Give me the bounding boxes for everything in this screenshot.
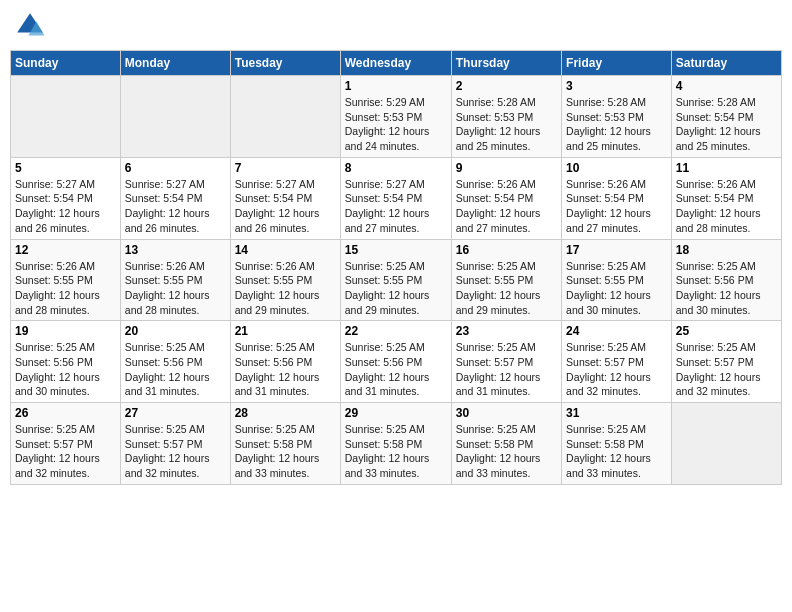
day-info: Sunrise: 5:27 AMSunset: 5:54 PMDaylight:… xyxy=(15,177,116,236)
calendar-week-row: 12Sunrise: 5:26 AMSunset: 5:55 PMDayligh… xyxy=(11,239,782,321)
calendar-cell: 5Sunrise: 5:27 AMSunset: 5:54 PMDaylight… xyxy=(11,157,121,239)
day-number: 3 xyxy=(566,79,667,93)
calendar-cell: 20Sunrise: 5:25 AMSunset: 5:56 PMDayligh… xyxy=(120,321,230,403)
calendar-cell: 23Sunrise: 5:25 AMSunset: 5:57 PMDayligh… xyxy=(451,321,561,403)
calendar-cell: 11Sunrise: 5:26 AMSunset: 5:54 PMDayligh… xyxy=(671,157,781,239)
day-number: 18 xyxy=(676,243,777,257)
calendar-week-row: 1Sunrise: 5:29 AMSunset: 5:53 PMDaylight… xyxy=(11,76,782,158)
day-info: Sunrise: 5:26 AMSunset: 5:54 PMDaylight:… xyxy=(566,177,667,236)
day-header-tuesday: Tuesday xyxy=(230,51,340,76)
day-number: 28 xyxy=(235,406,336,420)
calendar-cell: 27Sunrise: 5:25 AMSunset: 5:57 PMDayligh… xyxy=(120,403,230,485)
day-info: Sunrise: 5:28 AMSunset: 5:54 PMDaylight:… xyxy=(676,95,777,154)
day-info: Sunrise: 5:29 AMSunset: 5:53 PMDaylight:… xyxy=(345,95,447,154)
day-number: 19 xyxy=(15,324,116,338)
day-header-wednesday: Wednesday xyxy=(340,51,451,76)
day-header-monday: Monday xyxy=(120,51,230,76)
day-number: 20 xyxy=(125,324,226,338)
calendar-cell: 21Sunrise: 5:25 AMSunset: 5:56 PMDayligh… xyxy=(230,321,340,403)
day-info: Sunrise: 5:25 AMSunset: 5:58 PMDaylight:… xyxy=(345,422,447,481)
day-header-sunday: Sunday xyxy=(11,51,121,76)
day-number: 30 xyxy=(456,406,557,420)
calendar-cell: 13Sunrise: 5:26 AMSunset: 5:55 PMDayligh… xyxy=(120,239,230,321)
day-info: Sunrise: 5:25 AMSunset: 5:56 PMDaylight:… xyxy=(676,259,777,318)
calendar-cell: 12Sunrise: 5:26 AMSunset: 5:55 PMDayligh… xyxy=(11,239,121,321)
day-info: Sunrise: 5:26 AMSunset: 5:55 PMDaylight:… xyxy=(15,259,116,318)
day-number: 21 xyxy=(235,324,336,338)
calendar-cell: 3Sunrise: 5:28 AMSunset: 5:53 PMDaylight… xyxy=(562,76,672,158)
calendar-cell xyxy=(11,76,121,158)
day-info: Sunrise: 5:25 AMSunset: 5:56 PMDaylight:… xyxy=(15,340,116,399)
day-number: 29 xyxy=(345,406,447,420)
calendar-cell: 30Sunrise: 5:25 AMSunset: 5:58 PMDayligh… xyxy=(451,403,561,485)
day-info: Sunrise: 5:27 AMSunset: 5:54 PMDaylight:… xyxy=(345,177,447,236)
calendar-week-row: 19Sunrise: 5:25 AMSunset: 5:56 PMDayligh… xyxy=(11,321,782,403)
calendar-cell: 18Sunrise: 5:25 AMSunset: 5:56 PMDayligh… xyxy=(671,239,781,321)
logo xyxy=(14,10,50,42)
day-header-saturday: Saturday xyxy=(671,51,781,76)
calendar-cell: 24Sunrise: 5:25 AMSunset: 5:57 PMDayligh… xyxy=(562,321,672,403)
day-info: Sunrise: 5:25 AMSunset: 5:55 PMDaylight:… xyxy=(345,259,447,318)
day-number: 22 xyxy=(345,324,447,338)
calendar-cell: 28Sunrise: 5:25 AMSunset: 5:58 PMDayligh… xyxy=(230,403,340,485)
day-info: Sunrise: 5:27 AMSunset: 5:54 PMDaylight:… xyxy=(125,177,226,236)
calendar-cell: 29Sunrise: 5:25 AMSunset: 5:58 PMDayligh… xyxy=(340,403,451,485)
day-number: 24 xyxy=(566,324,667,338)
day-number: 16 xyxy=(456,243,557,257)
day-number: 23 xyxy=(456,324,557,338)
day-number: 25 xyxy=(676,324,777,338)
day-info: Sunrise: 5:28 AMSunset: 5:53 PMDaylight:… xyxy=(456,95,557,154)
day-number: 8 xyxy=(345,161,447,175)
day-number: 2 xyxy=(456,79,557,93)
day-number: 7 xyxy=(235,161,336,175)
calendar-week-row: 5Sunrise: 5:27 AMSunset: 5:54 PMDaylight… xyxy=(11,157,782,239)
day-info: Sunrise: 5:26 AMSunset: 5:54 PMDaylight:… xyxy=(456,177,557,236)
calendar-cell: 25Sunrise: 5:25 AMSunset: 5:57 PMDayligh… xyxy=(671,321,781,403)
calendar-header-row: SundayMondayTuesdayWednesdayThursdayFrid… xyxy=(11,51,782,76)
day-info: Sunrise: 5:25 AMSunset: 5:57 PMDaylight:… xyxy=(125,422,226,481)
logo-icon xyxy=(14,10,46,42)
calendar-cell xyxy=(120,76,230,158)
day-header-thursday: Thursday xyxy=(451,51,561,76)
day-number: 31 xyxy=(566,406,667,420)
calendar-cell: 2Sunrise: 5:28 AMSunset: 5:53 PMDaylight… xyxy=(451,76,561,158)
calendar-cell: 31Sunrise: 5:25 AMSunset: 5:58 PMDayligh… xyxy=(562,403,672,485)
day-number: 15 xyxy=(345,243,447,257)
calendar-cell: 14Sunrise: 5:26 AMSunset: 5:55 PMDayligh… xyxy=(230,239,340,321)
day-number: 9 xyxy=(456,161,557,175)
calendar-cell: 16Sunrise: 5:25 AMSunset: 5:55 PMDayligh… xyxy=(451,239,561,321)
day-info: Sunrise: 5:27 AMSunset: 5:54 PMDaylight:… xyxy=(235,177,336,236)
day-info: Sunrise: 5:25 AMSunset: 5:57 PMDaylight:… xyxy=(15,422,116,481)
calendar-cell: 26Sunrise: 5:25 AMSunset: 5:57 PMDayligh… xyxy=(11,403,121,485)
day-header-friday: Friday xyxy=(562,51,672,76)
calendar-cell: 19Sunrise: 5:25 AMSunset: 5:56 PMDayligh… xyxy=(11,321,121,403)
day-number: 1 xyxy=(345,79,447,93)
page-header xyxy=(10,10,782,42)
calendar-cell: 8Sunrise: 5:27 AMSunset: 5:54 PMDaylight… xyxy=(340,157,451,239)
calendar-cell: 6Sunrise: 5:27 AMSunset: 5:54 PMDaylight… xyxy=(120,157,230,239)
day-info: Sunrise: 5:25 AMSunset: 5:57 PMDaylight:… xyxy=(456,340,557,399)
calendar-cell xyxy=(671,403,781,485)
calendar-table: SundayMondayTuesdayWednesdayThursdayFrid… xyxy=(10,50,782,485)
calendar-cell: 17Sunrise: 5:25 AMSunset: 5:55 PMDayligh… xyxy=(562,239,672,321)
day-number: 26 xyxy=(15,406,116,420)
day-info: Sunrise: 5:25 AMSunset: 5:58 PMDaylight:… xyxy=(456,422,557,481)
day-info: Sunrise: 5:28 AMSunset: 5:53 PMDaylight:… xyxy=(566,95,667,154)
day-number: 14 xyxy=(235,243,336,257)
calendar-cell: 7Sunrise: 5:27 AMSunset: 5:54 PMDaylight… xyxy=(230,157,340,239)
day-info: Sunrise: 5:26 AMSunset: 5:55 PMDaylight:… xyxy=(125,259,226,318)
calendar-cell: 15Sunrise: 5:25 AMSunset: 5:55 PMDayligh… xyxy=(340,239,451,321)
day-info: Sunrise: 5:25 AMSunset: 5:57 PMDaylight:… xyxy=(566,340,667,399)
day-info: Sunrise: 5:25 AMSunset: 5:55 PMDaylight:… xyxy=(566,259,667,318)
day-info: Sunrise: 5:25 AMSunset: 5:58 PMDaylight:… xyxy=(566,422,667,481)
day-number: 10 xyxy=(566,161,667,175)
day-info: Sunrise: 5:26 AMSunset: 5:55 PMDaylight:… xyxy=(235,259,336,318)
calendar-cell: 10Sunrise: 5:26 AMSunset: 5:54 PMDayligh… xyxy=(562,157,672,239)
calendar-cell: 1Sunrise: 5:29 AMSunset: 5:53 PMDaylight… xyxy=(340,76,451,158)
day-info: Sunrise: 5:25 AMSunset: 5:58 PMDaylight:… xyxy=(235,422,336,481)
day-info: Sunrise: 5:25 AMSunset: 5:57 PMDaylight:… xyxy=(676,340,777,399)
day-number: 17 xyxy=(566,243,667,257)
day-info: Sunrise: 5:26 AMSunset: 5:54 PMDaylight:… xyxy=(676,177,777,236)
day-number: 11 xyxy=(676,161,777,175)
day-info: Sunrise: 5:25 AMSunset: 5:55 PMDaylight:… xyxy=(456,259,557,318)
